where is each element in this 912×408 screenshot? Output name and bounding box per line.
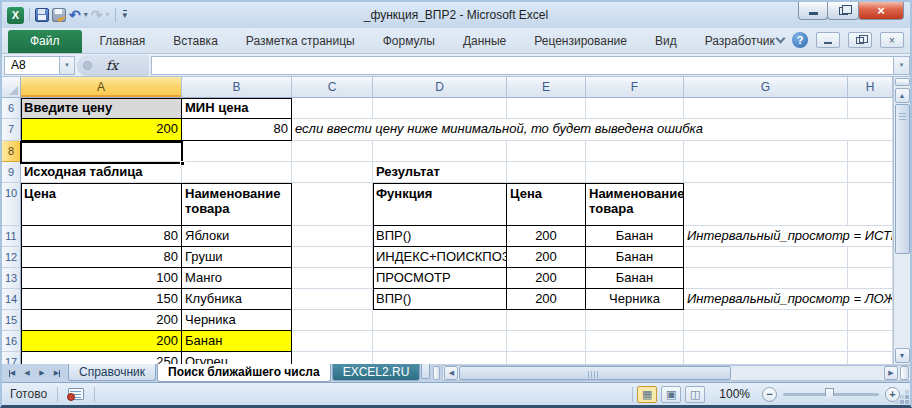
cell-a11[interactable]: 80 [21,226,182,247]
cell-f16[interactable] [586,331,684,352]
cell-a13[interactable]: 100 [21,268,182,289]
cell-e12[interactable]: 200 [507,247,586,268]
scroll-right-button[interactable]: ▶ [884,366,898,380]
cell-d15[interactable] [373,310,507,331]
tab-developer[interactable]: Разработчик [691,30,789,53]
cell-c9[interactable] [292,162,373,183]
tab-home[interactable]: Главная [86,30,160,53]
save-as-icon[interactable] [52,8,66,22]
cell-h15[interactable] [848,310,893,331]
sheet-tab-excel2ru[interactable]: EXCEL2.RU [332,364,421,381]
cell-g9[interactable] [684,162,848,183]
row-header-11[interactable]: 11 [2,226,21,247]
cell-e17[interactable] [507,352,586,364]
row-header-14[interactable]: 14 [2,289,21,310]
cell-c7-note[interactable]: если ввести цену ниже минимальной, то бу… [292,119,893,141]
minimize-button[interactable] [798,2,828,20]
undo-icon[interactable]: ↶ [69,8,81,22]
cell-e6[interactable] [507,98,586,119]
cell-f6[interactable] [586,98,684,119]
cell-h16[interactable] [848,331,893,352]
cell-c16[interactable] [292,331,373,352]
cell-e9[interactable] [507,162,586,183]
macro-record-icon[interactable] [68,388,84,400]
cell-d8[interactable] [373,141,507,162]
cell-b14[interactable]: Клубника [182,289,292,310]
expand-formula-bar-button[interactable]: ▾ [893,56,910,75]
column-header-a[interactable]: A [21,77,182,98]
cell-d14[interactable]: ВПР() [373,289,507,310]
cell-f11[interactable]: Банан [586,226,684,247]
cell-g11-note[interactable]: Интервальный_просмотр = ИСТИНА [684,226,893,247]
column-header-h[interactable]: H [848,77,893,98]
sheet-tab-poisk-blizhayshego-chisla[interactable]: Поиск ближайшего числа [157,364,331,382]
tab-scroll-splitter[interactable] [433,366,440,380]
cell-f15[interactable] [586,310,684,331]
cell-h12[interactable] [848,247,893,268]
cell-e13[interactable]: 200 [507,268,586,289]
cell-d17[interactable] [373,352,507,364]
cell-e16[interactable] [507,331,586,352]
name-box-dropdown[interactable]: ▼ [60,56,75,75]
horizontal-scroll-thumb[interactable] [459,366,731,380]
cell-b11[interactable]: Яблоки [182,226,292,247]
select-all-corner[interactable] [2,77,21,98]
cell-d10[interactable]: Функция [373,183,507,226]
cell-a17[interactable]: 250 [21,352,182,364]
cell-c11[interactable] [292,226,373,247]
cell-e15[interactable] [507,310,586,331]
cell-g6[interactable] [684,98,848,119]
view-normal-button[interactable]: ▦ [637,386,657,403]
column-header-g[interactable]: G [684,77,848,98]
cell-g17[interactable] [684,352,848,364]
cell-h17[interactable] [848,352,893,364]
cell-a15[interactable]: 200 [21,310,182,331]
cell-a7[interactable]: 200 [21,119,182,141]
cell-c13[interactable] [292,268,373,289]
tab-review[interactable]: Рецензирование [520,30,641,53]
cell-f9[interactable] [586,162,684,183]
fill-handle[interactable] [180,161,185,166]
cell-g14-note[interactable]: Интервальный_просмотр = ЛОЖЬ [684,289,893,310]
zoom-in-button[interactable]: + [885,387,900,402]
column-header-c[interactable]: C [292,77,373,98]
expand-ribbon-icon[interactable] [776,34,786,44]
scroll-left-button[interactable]: ◀ [444,366,458,380]
tab-view[interactable]: Вид [641,30,691,53]
tab-formulas[interactable]: Формулы [369,30,449,53]
cell-c8[interactable] [292,141,373,162]
cell-a16[interactable]: 200 [21,331,182,352]
cell-h6[interactable] [848,98,893,119]
sheet-tab-spravochnik[interactable]: Справочник [68,364,156,381]
next-sheet-button[interactable]: ▶ [35,366,49,380]
row-header-12[interactable]: 12 [2,247,21,268]
column-header-f[interactable]: F [586,77,684,98]
doc-minimize-button[interactable] [816,32,840,48]
cell-a14[interactable]: 150 [21,289,182,310]
restore-button[interactable] [827,2,859,20]
vertical-split-handle[interactable] [895,78,910,86]
doc-restore-button[interactable] [848,32,872,48]
cell-c17[interactable] [292,352,373,364]
horizontal-scrollbar[interactable]: ◀ ▶ [442,365,910,381]
tab-insert[interactable]: Вставка [159,30,232,53]
cell-b13[interactable]: Манго [182,268,292,289]
column-header-e[interactable]: E [507,77,586,98]
cell-a10[interactable]: Цена [21,183,182,226]
cell-f8[interactable] [586,141,684,162]
row-header-16[interactable]: 16 [2,331,21,352]
zoom-slider-track[interactable] [783,393,879,396]
last-sheet-button[interactable]: ▶ [50,366,64,380]
resize-grip[interactable] [905,400,909,404]
cell-h10[interactable] [848,183,893,226]
cell-c14[interactable] [292,289,373,310]
formula-input[interactable] [151,56,893,75]
fx-icon[interactable]: fx [106,58,118,73]
cell-g13[interactable] [684,268,848,289]
zoom-slider-thumb[interactable] [825,388,834,401]
cell-h8[interactable] [848,141,893,162]
hidden-sheet-tab[interactable] [421,364,430,379]
cell-a12[interactable]: 80 [21,247,182,268]
row-header-6[interactable]: 6 [2,98,21,119]
row-header-15[interactable]: 15 [2,310,21,331]
